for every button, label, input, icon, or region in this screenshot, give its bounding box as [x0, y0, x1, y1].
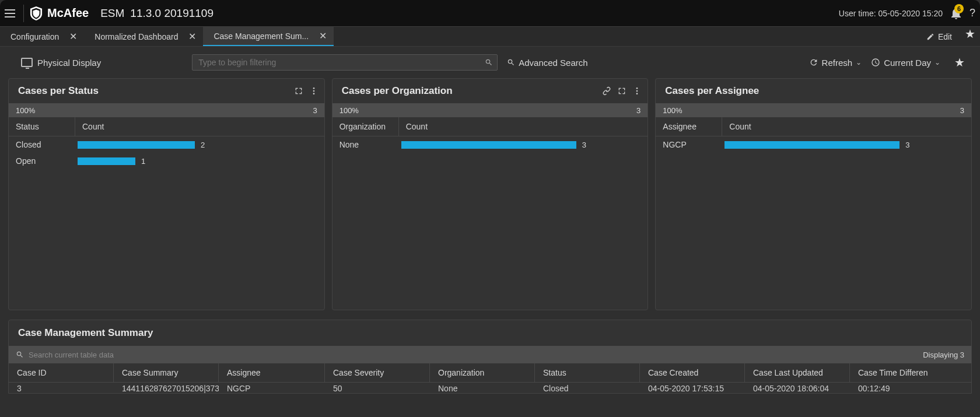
- col-case-severity[interactable]: Case Severity: [325, 363, 430, 382]
- tab-case-management-summary[interactable]: Case Management Sum... ✕: [203, 27, 334, 46]
- shield-icon: [30, 6, 43, 20]
- total-label: 3: [313, 106, 317, 115]
- search-icon[interactable]: [485, 58, 493, 66]
- col-case-id[interactable]: Case ID: [9, 363, 114, 382]
- col-case-time-difference[interactable]: Case Time Differen: [850, 363, 971, 382]
- col-assignee[interactable]: Assignee: [219, 363, 325, 382]
- table-row[interactable]: NGCP3: [656, 136, 971, 153]
- bar: [724, 141, 900, 149]
- percent-label: 100%: [663, 106, 682, 115]
- advanced-search-button[interactable]: Advanced Search: [507, 58, 587, 68]
- user-time: User time: 05-05-2020 15:20: [839, 9, 943, 18]
- col-case-last-updated[interactable]: Case Last Updated: [745, 363, 850, 382]
- row-label: Open: [9, 156, 75, 166]
- cell-diff: 00:12:49: [850, 383, 971, 393]
- tab-label: Configuration: [10, 32, 59, 41]
- table-body: NGCP3: [656, 136, 971, 310]
- chevron-down-icon: ⌄: [935, 58, 940, 66]
- panel-cases-per-status: Cases per Status 100% 3 Status Count Clo…: [8, 78, 325, 310]
- total-label: 3: [960, 106, 964, 115]
- notifications-button[interactable]: 6: [951, 8, 961, 19]
- col-status[interactable]: Status: [9, 117, 75, 136]
- edit-label: Edit: [938, 32, 952, 41]
- col-count[interactable]: Count: [722, 117, 971, 136]
- table-row[interactable]: None3: [332, 136, 648, 153]
- divider: [23, 5, 24, 22]
- app-header: McAfee ESM 11.3.0 20191109 User time: 05…: [0, 0, 980, 27]
- display-mode-toggle[interactable]: Physical Display: [21, 58, 101, 68]
- table-header: Assignee Count: [656, 117, 971, 136]
- time-range-button[interactable]: Current Day ⌄: [871, 58, 940, 68]
- bar-value: 3: [582, 141, 586, 149]
- table-row[interactable]: Closed2: [9, 136, 324, 153]
- grid-header: Case ID Case Summary Assignee Case Sever…: [9, 363, 971, 383]
- summary-toolbar: Displaying 3: [9, 346, 971, 363]
- table-search-input[interactable]: [29, 351, 204, 359]
- cell-status: Closed: [535, 383, 640, 393]
- col-count[interactable]: Count: [75, 117, 324, 136]
- expand-icon[interactable]: [617, 86, 626, 96]
- col-case-created[interactable]: Case Created: [640, 363, 745, 382]
- tabs-bar: Configuration ✕ Normalized Dashboard ✕ C…: [0, 27, 980, 47]
- panel-cases-per-assignee: Cases per Assignee 100% 3 Assignee Count…: [655, 78, 972, 310]
- svg-point-3: [636, 87, 638, 89]
- col-count[interactable]: Count: [399, 117, 648, 136]
- svg-point-1: [313, 90, 314, 92]
- percent-bar: 100% 3: [656, 103, 971, 117]
- tab-label: Normalized Dashboard: [94, 32, 178, 41]
- table-row[interactable]: Open1: [9, 153, 324, 169]
- tab-configuration[interactable]: Configuration ✕: [0, 27, 84, 46]
- favorite-icon[interactable]: ★: [954, 55, 965, 69]
- cell-organization: None: [430, 383, 535, 393]
- refresh-button[interactable]: Refresh ⌄: [809, 58, 862, 68]
- col-case-summary[interactable]: Case Summary: [114, 363, 219, 382]
- brand-name: McAfee: [47, 6, 89, 20]
- col-assignee[interactable]: Assignee: [656, 117, 722, 136]
- search-icon: [507, 58, 515, 66]
- svg-point-0: [313, 87, 314, 89]
- total-label: 3: [636, 106, 640, 115]
- close-icon[interactable]: ✕: [188, 31, 196, 42]
- help-icon[interactable]: ?: [970, 7, 975, 19]
- chevron-down-icon: ⌄: [856, 58, 862, 66]
- col-status[interactable]: Status: [535, 363, 640, 382]
- monitor-icon: [21, 58, 33, 67]
- tab-normalized-dashboard[interactable]: Normalized Dashboard ✕: [84, 27, 203, 46]
- filter-input[interactable]: [192, 54, 498, 71]
- panel-cases-per-organization: Cases per Organization 100% 3 Organizati…: [332, 78, 649, 310]
- table-body: None3: [332, 136, 648, 310]
- link-icon[interactable]: [602, 86, 611, 96]
- panel-case-management-summary: Case Management Summary Displaying 3 Cas…: [8, 320, 972, 394]
- panel-title: Case Management Summary: [9, 320, 971, 346]
- edit-button[interactable]: Edit: [918, 27, 960, 46]
- close-icon[interactable]: ✕: [69, 31, 77, 42]
- table-row[interactable]: 3 144116287627015206|37333354| NGCP 50 N…: [9, 383, 971, 393]
- more-icon[interactable]: [309, 86, 318, 96]
- clock-icon: [871, 58, 880, 67]
- more-icon[interactable]: [632, 86, 642, 96]
- table-header: Status Count: [9, 117, 324, 136]
- bar: [401, 141, 576, 149]
- advanced-search-label: Advanced Search: [519, 58, 587, 68]
- bar-value: 1: [141, 157, 145, 166]
- table-header: Organization Count: [332, 117, 648, 136]
- favorite-icon[interactable]: ★: [965, 27, 975, 46]
- panel-title: Cases per Status: [18, 85, 99, 97]
- time-range-label: Current Day: [884, 58, 931, 68]
- cell-updated: 04-05-2020 18:06:04: [745, 383, 850, 393]
- col-organization[interactable]: Organization: [332, 117, 399, 136]
- col-organization[interactable]: Organization: [430, 363, 535, 382]
- row-label: Closed: [9, 140, 75, 149]
- row-count: 2: [75, 141, 324, 149]
- app-version: 11.3.0 20191109: [130, 7, 214, 20]
- close-icon[interactable]: ✕: [319, 30, 327, 41]
- row-count: 1: [75, 157, 324, 166]
- row-label: NGCP: [656, 140, 722, 149]
- menu-icon[interactable]: [5, 7, 18, 20]
- app-name: ESM: [100, 7, 124, 20]
- cell-case-summary: 144116287627015206|37333354|: [114, 383, 219, 393]
- search-icon: [16, 351, 24, 359]
- percent-bar: 100% 3: [332, 103, 648, 117]
- expand-icon[interactable]: [294, 86, 303, 96]
- svg-point-4: [636, 90, 638, 92]
